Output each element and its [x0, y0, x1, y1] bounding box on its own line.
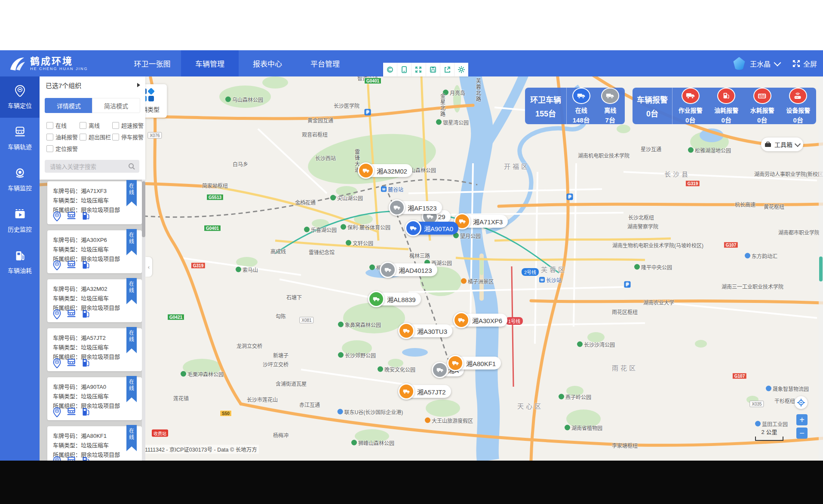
- user-name[interactable]: 王水晶: [750, 58, 771, 69]
- vehicle-card[interactable]: 车牌号码：湘A71XF3车辆类型：垃圾压缩车所属组织：厨余垃圾项目部在线: [47, 181, 142, 224]
- sidebar-item-1[interactable]: 车辆定位: [0, 76, 40, 118]
- filter-checkbox-4[interactable]: 油耗报警: [46, 133, 78, 141]
- nav-tab-2[interactable]: 车辆管理: [181, 50, 239, 76]
- settings-icon[interactable]: [454, 63, 468, 76]
- vehicle-list[interactable]: 车牌号码：湘A71XF3车辆类型：垃圾压缩车所属组织：厨余垃圾项目部在线车牌号码…: [39, 180, 145, 461]
- map-label: 湖南三一工业职业技术学院: [722, 283, 783, 290]
- zoom-in-button[interactable]: +: [796, 414, 808, 425]
- filter-checkbox-7[interactable]: 定位报警: [46, 144, 78, 153]
- locate-vehicle-icon[interactable]: [53, 211, 61, 223]
- filter-checkbox-5[interactable]: 超出围栏: [80, 133, 111, 141]
- arrow-right-icon: [137, 83, 140, 87]
- map-label: 长沙西站: [315, 154, 336, 162]
- locate-vehicle-icon[interactable]: [53, 358, 61, 370]
- share-icon[interactable]: [440, 63, 454, 76]
- vehicle-card[interactable]: 车牌号码：湘A57JT2车辆类型：垃圾压缩车所属组织：厨余垃圾项目部在线: [47, 328, 142, 371]
- map-label: 湖南都市职业学院: [778, 229, 820, 236]
- user-avatar[interactable]: [733, 57, 746, 70]
- search-icon[interactable]: [128, 163, 135, 170]
- save-icon[interactable]: [426, 63, 440, 76]
- fuel-vehicle-icon[interactable]: [82, 358, 90, 370]
- page-scrollbar[interactable]: [819, 50, 823, 461]
- vehicle-card[interactable]: 车牌号码：湘A32M02车辆类型：垃圾压缩车所属组织：厨余垃圾项目部在线: [47, 279, 142, 322]
- alarm-value: 0台: [646, 107, 658, 119]
- sidebar-item-3[interactable]: 车辆监控: [0, 159, 40, 200]
- tab-detail-mode[interactable]: 详情模式: [45, 98, 93, 113]
- track-vehicle-icon[interactable]: [67, 309, 76, 321]
- locate-button[interactable]: [795, 396, 808, 409]
- sidebar-item-4[interactable]: 历史监控: [0, 200, 40, 241]
- track-vehicle-icon[interactable]: [67, 211, 76, 223]
- vehicle-marker[interactable]: 湘AF1523: [390, 201, 442, 214]
- map-label-text: 简家坳枢纽: [202, 182, 228, 189]
- truck-icon: [389, 199, 405, 216]
- parking-icon: P: [567, 194, 573, 200]
- vehicle-type: 车辆类型：垃圾压缩车: [53, 245, 109, 253]
- fuel-vehicle-icon[interactable]: [82, 211, 90, 223]
- nav-tab-3[interactable]: 报表中心: [239, 50, 296, 76]
- chevron-down-icon[interactable]: [774, 59, 781, 66]
- alarm-stat-2: 油耗报警0台: [709, 88, 745, 124]
- filter-label: 离线: [89, 121, 100, 129]
- vehicle-marker[interactable]: 湘A71XF3: [456, 215, 508, 228]
- map-label: 蓝田工业园: [755, 420, 788, 428]
- locate-vehicle-icon[interactable]: [53, 309, 61, 321]
- device-icon[interactable]: [397, 63, 412, 76]
- toolbox-button[interactable]: 工具箱: [761, 137, 803, 151]
- filter-checkbox-6[interactable]: 停车报警: [112, 133, 144, 141]
- vehicle-marker[interactable]: 湘AD40123: [381, 263, 437, 276]
- tree-icon: [338, 352, 344, 358]
- panel-collapse-handle[interactable]: ‹: [145, 257, 152, 277]
- zoom-search-icon[interactable]: [383, 63, 397, 76]
- locate-vehicle-icon[interactable]: [53, 407, 61, 419]
- filter-checkbox-1[interactable]: 在线: [46, 121, 67, 129]
- track-vehicle-icon[interactable]: [67, 407, 76, 419]
- track-vehicle-icon[interactable]: [67, 260, 76, 272]
- vehicle-marker[interactable]: 湘A80KF1: [449, 357, 501, 370]
- tab-simple-mode[interactable]: 简洁模式: [92, 98, 140, 113]
- chevron-down-icon: [795, 141, 801, 147]
- map-label: 金星北路: [439, 93, 446, 117]
- poi-icon: [338, 409, 343, 415]
- transit-line-badge: 2号线: [522, 268, 539, 276]
- vehicle-card[interactable]: 车牌号码：湘A30XP6车辆类型：垃圾压缩车所属组织：厨余垃圾项目部在线: [47, 230, 142, 273]
- filter-checkbox-3[interactable]: 超速报警: [112, 121, 144, 129]
- vehicle-marker[interactable]: 湘A30XP6: [455, 314, 507, 327]
- locate-vehicle-icon[interactable]: [53, 456, 61, 461]
- expand-icon[interactable]: [412, 63, 426, 76]
- alarm-stat-value: 0台: [793, 115, 803, 124]
- fuel-vehicle-icon[interactable]: [82, 260, 90, 272]
- org-selector[interactable]: 已选7个组织: [39, 76, 145, 94]
- sidebar-item-5[interactable]: 车辆油耗: [0, 241, 40, 283]
- vehicle-marker-selected[interactable]: 湘A90TA0: [407, 222, 458, 235]
- alarm-stat-value: 0台: [757, 115, 767, 124]
- vehicle-marker[interactable]: 湘A30TU3: [400, 324, 452, 337]
- nav-tab-4[interactable]: 平台管理: [296, 50, 354, 76]
- online-stat: 在线 148台: [567, 88, 596, 124]
- track-vehicle-icon[interactable]: [67, 456, 76, 461]
- search-input[interactable]: 请输入关键字搜索: [45, 160, 139, 173]
- marker-plate: 湘A80KF1: [466, 359, 496, 368]
- vehicle-marker[interactable]: 湘A32M02: [359, 164, 412, 177]
- track-vehicle-icon[interactable]: [67, 358, 76, 370]
- vehicle-card[interactable]: 车牌号码：湘A80KF1车辆类型：垃圾压缩车所属组织：厨余垃圾项目部在线: [47, 426, 142, 461]
- filter-checkbox-2[interactable]: 离线: [80, 121, 100, 129]
- locate-vehicle-icon[interactable]: [53, 260, 61, 272]
- fuel-vehicle-icon[interactable]: [82, 309, 90, 321]
- fuel-vehicle-icon[interactable]: [82, 456, 90, 461]
- fullscreen-button[interactable]: 全屏: [792, 58, 817, 69]
- zoom-out-button[interactable]: −: [796, 428, 808, 439]
- vehicle-card[interactable]: 车牌号码：湘A90TA0车辆类型：垃圾压缩车所属组织：厨余垃圾项目部在线: [47, 377, 142, 420]
- vehicle-marker[interactable]: 湘AL8839: [370, 293, 421, 305]
- nav-tab-1[interactable]: 环卫一张图: [123, 50, 181, 76]
- sidebar-item-label: 车辆监控: [8, 183, 32, 192]
- fuel-vehicle-icon[interactable]: [82, 407, 90, 419]
- map-label-text: 隆平中央公园: [641, 263, 672, 271]
- tree-icon: [236, 267, 241, 272]
- map-label: 东方韵动汇: [745, 252, 777, 260]
- panel-scrollbar[interactable]: [142, 180, 145, 461]
- map-label-text: 长沙站: [546, 276, 562, 284]
- vehicle-marker[interactable]: 湘A57JT2: [400, 385, 451, 398]
- map-label-text: 月亮岛: [450, 89, 465, 96]
- sidebar-item-2[interactable]: 车辆轨迹: [0, 118, 40, 159]
